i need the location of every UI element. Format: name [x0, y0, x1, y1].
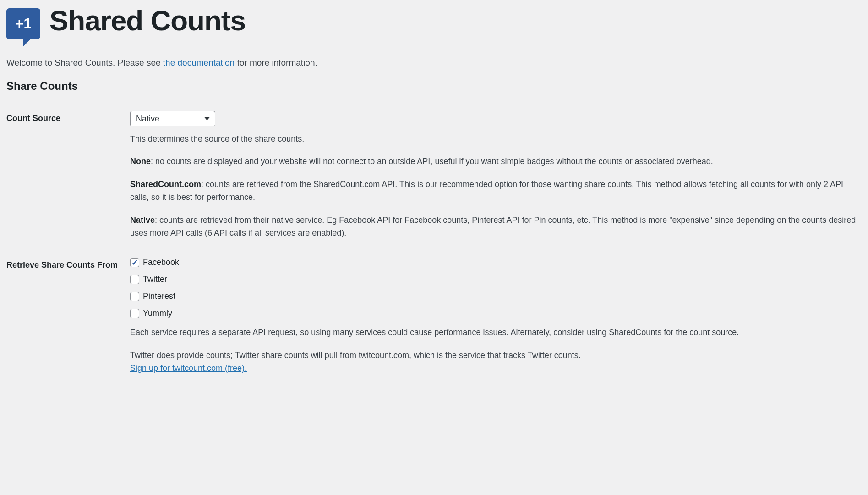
- retrieve-note-1: Each service requires a separate API req…: [130, 326, 862, 339]
- documentation-link[interactable]: the documentation: [163, 58, 235, 67]
- service-twitter: Twitter: [130, 275, 862, 284]
- page-header: +1 Shared Counts: [6, 6, 862, 39]
- count-source-label: Count Source: [6, 111, 130, 123]
- page-title: Shared Counts: [49, 6, 246, 35]
- yummly-checkbox[interactable]: [130, 309, 139, 318]
- count-source-content: Native This determines the source of the…: [130, 111, 862, 239]
- desc-native-text: : counts are retrieved from their native…: [130, 215, 856, 237]
- retrieve-from-label: Retrieve Share Counts From: [6, 258, 130, 270]
- service-pinterest: Pinterest: [130, 292, 862, 301]
- twitter-checkbox[interactable]: [130, 275, 139, 284]
- twitter-label[interactable]: Twitter: [143, 275, 167, 284]
- retrieve-from-content: Facebook Twitter Pinterest Yummly Each s…: [130, 258, 862, 375]
- desc-none: None: no counts are displayed and your w…: [130, 155, 862, 168]
- desc-sharedcount: SharedCount.com: counts are retrieved fr…: [130, 178, 862, 204]
- retrieve-note-2-prefix: Twitter does provide counts; Twitter sha…: [130, 351, 581, 360]
- service-yummly: Yummly: [130, 308, 862, 318]
- count-source-row: Count Source Native This determines the …: [6, 111, 862, 239]
- plugin-logo-icon: +1: [6, 8, 40, 39]
- section-heading: Share Counts: [6, 80, 862, 93]
- retrieve-note-2: Twitter does provide counts; Twitter sha…: [130, 349, 862, 375]
- desc-none-text: : no counts are displayed and your websi…: [151, 157, 713, 166]
- retrieve-from-row: Retrieve Share Counts From Facebook Twit…: [6, 258, 862, 375]
- twitcount-signup-link[interactable]: Sign up for twitcount.com (free).: [130, 363, 247, 373]
- logo-badge-text: +1: [15, 16, 31, 32]
- desc-sharedcount-text: : counts are retrieved from the SharedCo…: [130, 180, 843, 202]
- pinterest-label[interactable]: Pinterest: [143, 292, 175, 301]
- facebook-label[interactable]: Facebook: [143, 258, 179, 267]
- desc-sharedcount-name: SharedCount.com: [130, 180, 201, 189]
- count-source-select-wrapper: Native: [130, 111, 215, 126]
- service-facebook: Facebook: [130, 258, 862, 267]
- desc-native-name: Native: [130, 215, 155, 225]
- count-source-select[interactable]: Native: [130, 111, 215, 126]
- desc-native: Native: counts are retrieved from their …: [130, 214, 862, 240]
- welcome-prefix: Welcome to Shared Counts. Please see: [6, 58, 163, 67]
- count-source-help: This determines the source of the share …: [130, 133, 862, 145]
- yummly-label[interactable]: Yummly: [143, 308, 172, 318]
- desc-none-name: None: [130, 157, 151, 166]
- pinterest-checkbox[interactable]: [130, 292, 139, 301]
- welcome-text: Welcome to Shared Counts. Please see the…: [6, 58, 862, 68]
- facebook-checkbox[interactable]: [130, 258, 139, 267]
- welcome-suffix: for more information.: [235, 58, 317, 67]
